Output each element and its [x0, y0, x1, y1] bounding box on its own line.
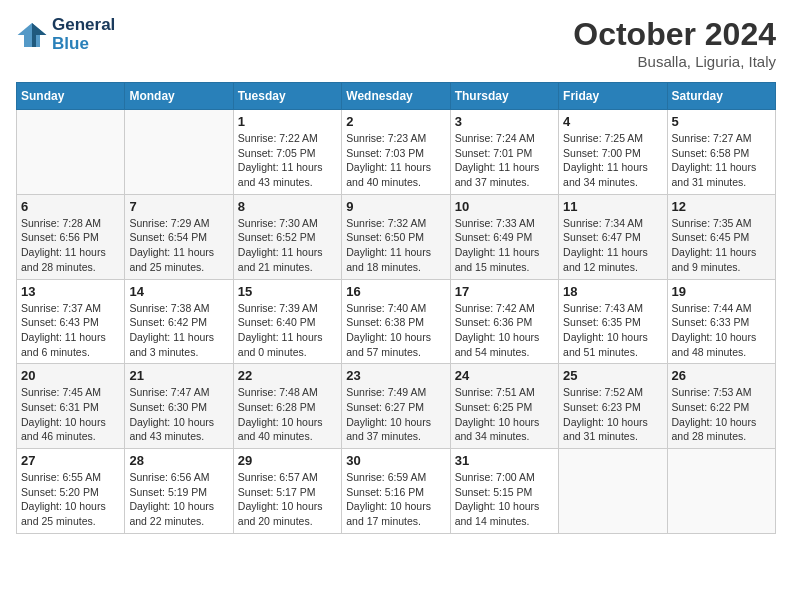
day-number: 31 [455, 453, 554, 468]
day-number: 1 [238, 114, 337, 129]
day-info: Sunrise: 7:27 AMSunset: 6:58 PMDaylight:… [672, 131, 771, 190]
calendar-cell: 17Sunrise: 7:42 AMSunset: 6:36 PMDayligh… [450, 279, 558, 364]
day-info: Sunrise: 6:59 AMSunset: 5:16 PMDaylight:… [346, 470, 445, 529]
day-number: 19 [672, 284, 771, 299]
day-number: 13 [21, 284, 120, 299]
day-number: 22 [238, 368, 337, 383]
day-info: Sunrise: 7:23 AMSunset: 7:03 PMDaylight:… [346, 131, 445, 190]
day-number: 15 [238, 284, 337, 299]
day-info: Sunrise: 7:32 AMSunset: 6:50 PMDaylight:… [346, 216, 445, 275]
day-number: 20 [21, 368, 120, 383]
month-title: October 2024 [573, 16, 776, 53]
day-number: 8 [238, 199, 337, 214]
calendar-cell: 27Sunrise: 6:55 AMSunset: 5:20 PMDayligh… [17, 449, 125, 534]
calendar-cell: 22Sunrise: 7:48 AMSunset: 6:28 PMDayligh… [233, 364, 341, 449]
calendar-cell: 23Sunrise: 7:49 AMSunset: 6:27 PMDayligh… [342, 364, 450, 449]
logo-text-blue: Blue [52, 35, 115, 54]
day-number: 3 [455, 114, 554, 129]
calendar-cell: 26Sunrise: 7:53 AMSunset: 6:22 PMDayligh… [667, 364, 775, 449]
calendar-week-5: 27Sunrise: 6:55 AMSunset: 5:20 PMDayligh… [17, 449, 776, 534]
calendar-cell: 25Sunrise: 7:52 AMSunset: 6:23 PMDayligh… [559, 364, 667, 449]
day-number: 25 [563, 368, 662, 383]
calendar-cell: 12Sunrise: 7:35 AMSunset: 6:45 PMDayligh… [667, 194, 775, 279]
calendar-cell: 2Sunrise: 7:23 AMSunset: 7:03 PMDaylight… [342, 110, 450, 195]
day-number: 24 [455, 368, 554, 383]
day-info: Sunrise: 7:43 AMSunset: 6:35 PMDaylight:… [563, 301, 662, 360]
day-info: Sunrise: 7:44 AMSunset: 6:33 PMDaylight:… [672, 301, 771, 360]
calendar-week-1: 1Sunrise: 7:22 AMSunset: 7:05 PMDaylight… [17, 110, 776, 195]
calendar-week-3: 13Sunrise: 7:37 AMSunset: 6:43 PMDayligh… [17, 279, 776, 364]
day-number: 17 [455, 284, 554, 299]
day-info: Sunrise: 7:38 AMSunset: 6:42 PMDaylight:… [129, 301, 228, 360]
day-info: Sunrise: 7:39 AMSunset: 6:40 PMDaylight:… [238, 301, 337, 360]
calendar-cell: 21Sunrise: 7:47 AMSunset: 6:30 PMDayligh… [125, 364, 233, 449]
calendar-table: SundayMondayTuesdayWednesdayThursdayFrid… [16, 82, 776, 534]
calendar-week-2: 6Sunrise: 7:28 AMSunset: 6:56 PMDaylight… [17, 194, 776, 279]
page-header: General Blue October 2024 Busalla, Ligur… [16, 16, 776, 70]
calendar-header: SundayMondayTuesdayWednesdayThursdayFrid… [17, 83, 776, 110]
calendar-cell [125, 110, 233, 195]
day-info: Sunrise: 7:37 AMSunset: 6:43 PMDaylight:… [21, 301, 120, 360]
day-number: 16 [346, 284, 445, 299]
calendar-cell: 19Sunrise: 7:44 AMSunset: 6:33 PMDayligh… [667, 279, 775, 364]
day-info: Sunrise: 7:53 AMSunset: 6:22 PMDaylight:… [672, 385, 771, 444]
calendar-cell: 4Sunrise: 7:25 AMSunset: 7:00 PMDaylight… [559, 110, 667, 195]
calendar-cell: 6Sunrise: 7:28 AMSunset: 6:56 PMDaylight… [17, 194, 125, 279]
day-info: Sunrise: 7:47 AMSunset: 6:30 PMDaylight:… [129, 385, 228, 444]
weekday-header-saturday: Saturday [667, 83, 775, 110]
calendar-cell: 24Sunrise: 7:51 AMSunset: 6:25 PMDayligh… [450, 364, 558, 449]
day-info: Sunrise: 7:52 AMSunset: 6:23 PMDaylight:… [563, 385, 662, 444]
day-number: 5 [672, 114, 771, 129]
weekday-header-friday: Friday [559, 83, 667, 110]
weekday-header-sunday: Sunday [17, 83, 125, 110]
calendar-cell: 9Sunrise: 7:32 AMSunset: 6:50 PMDaylight… [342, 194, 450, 279]
location: Busalla, Liguria, Italy [573, 53, 776, 70]
logo: General Blue [16, 16, 115, 53]
calendar-cell: 1Sunrise: 7:22 AMSunset: 7:05 PMDaylight… [233, 110, 341, 195]
day-info: Sunrise: 7:42 AMSunset: 6:36 PMDaylight:… [455, 301, 554, 360]
day-info: Sunrise: 7:24 AMSunset: 7:01 PMDaylight:… [455, 131, 554, 190]
day-number: 26 [672, 368, 771, 383]
calendar-cell: 3Sunrise: 7:24 AMSunset: 7:01 PMDaylight… [450, 110, 558, 195]
day-info: Sunrise: 6:57 AMSunset: 5:17 PMDaylight:… [238, 470, 337, 529]
day-info: Sunrise: 7:35 AMSunset: 6:45 PMDaylight:… [672, 216, 771, 275]
weekday-header-monday: Monday [125, 83, 233, 110]
day-number: 18 [563, 284, 662, 299]
day-number: 11 [563, 199, 662, 214]
calendar-cell: 15Sunrise: 7:39 AMSunset: 6:40 PMDayligh… [233, 279, 341, 364]
calendar-cell [559, 449, 667, 534]
calendar-cell: 28Sunrise: 6:56 AMSunset: 5:19 PMDayligh… [125, 449, 233, 534]
day-number: 4 [563, 114, 662, 129]
calendar-cell: 18Sunrise: 7:43 AMSunset: 6:35 PMDayligh… [559, 279, 667, 364]
calendar-cell: 14Sunrise: 7:38 AMSunset: 6:42 PMDayligh… [125, 279, 233, 364]
calendar-cell: 7Sunrise: 7:29 AMSunset: 6:54 PMDaylight… [125, 194, 233, 279]
day-number: 29 [238, 453, 337, 468]
day-info: Sunrise: 7:48 AMSunset: 6:28 PMDaylight:… [238, 385, 337, 444]
day-number: 7 [129, 199, 228, 214]
day-number: 9 [346, 199, 445, 214]
day-info: Sunrise: 7:30 AMSunset: 6:52 PMDaylight:… [238, 216, 337, 275]
calendar-cell: 13Sunrise: 7:37 AMSunset: 6:43 PMDayligh… [17, 279, 125, 364]
day-info: Sunrise: 7:29 AMSunset: 6:54 PMDaylight:… [129, 216, 228, 275]
logo-text-general: General [52, 16, 115, 35]
header-row: SundayMondayTuesdayWednesdayThursdayFrid… [17, 83, 776, 110]
calendar-cell: 30Sunrise: 6:59 AMSunset: 5:16 PMDayligh… [342, 449, 450, 534]
day-info: Sunrise: 7:00 AMSunset: 5:15 PMDaylight:… [455, 470, 554, 529]
day-number: 27 [21, 453, 120, 468]
calendar-cell: 20Sunrise: 7:45 AMSunset: 6:31 PMDayligh… [17, 364, 125, 449]
day-number: 28 [129, 453, 228, 468]
day-info: Sunrise: 7:22 AMSunset: 7:05 PMDaylight:… [238, 131, 337, 190]
calendar-week-4: 20Sunrise: 7:45 AMSunset: 6:31 PMDayligh… [17, 364, 776, 449]
weekday-header-thursday: Thursday [450, 83, 558, 110]
calendar-cell: 11Sunrise: 7:34 AMSunset: 6:47 PMDayligh… [559, 194, 667, 279]
day-info: Sunrise: 7:25 AMSunset: 7:00 PMDaylight:… [563, 131, 662, 190]
calendar-cell [667, 449, 775, 534]
calendar-cell: 31Sunrise: 7:00 AMSunset: 5:15 PMDayligh… [450, 449, 558, 534]
day-info: Sunrise: 7:28 AMSunset: 6:56 PMDaylight:… [21, 216, 120, 275]
title-block: October 2024 Busalla, Liguria, Italy [573, 16, 776, 70]
day-number: 23 [346, 368, 445, 383]
day-number: 30 [346, 453, 445, 468]
calendar-cell: 29Sunrise: 6:57 AMSunset: 5:17 PMDayligh… [233, 449, 341, 534]
day-number: 10 [455, 199, 554, 214]
calendar-cell: 5Sunrise: 7:27 AMSunset: 6:58 PMDaylight… [667, 110, 775, 195]
